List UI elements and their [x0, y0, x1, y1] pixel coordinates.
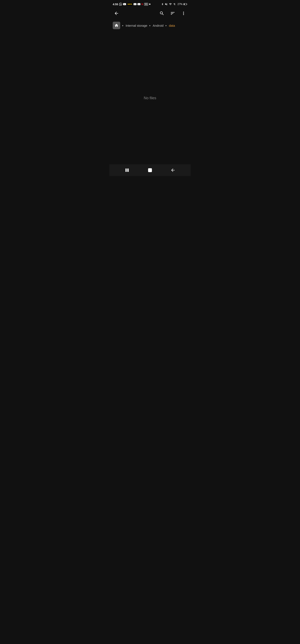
whatsapp-icon [119, 3, 122, 6]
status-bar: 4:55 IMDb N 5G 27% [109, 0, 191, 8]
svg-rect-3 [125, 168, 126, 172]
recent-apps-button[interactable] [122, 166, 132, 175]
svg-rect-5 [128, 168, 129, 172]
netflix-icon: N [141, 3, 143, 6]
breadcrumb-internal-storage[interactable]: Internal storage [126, 24, 147, 27]
home-button[interactable] [113, 22, 120, 29]
svg-rect-2 [184, 4, 185, 4]
youtube2-icon [134, 3, 136, 6]
battery-icon [184, 3, 187, 6]
main-content: No files [109, 32, 191, 164]
svg-rect-6 [148, 168, 152, 172]
top-nav-bar [109, 8, 191, 19]
wifi-icon [169, 3, 172, 6]
svg-rect-4 [127, 168, 127, 172]
status-left: 4:55 IMDb N 5G [113, 3, 150, 6]
breadcrumb: ► Internal storage ► Android ► data [109, 19, 191, 32]
notification-dot [149, 4, 150, 5]
back-button-nav[interactable] [168, 166, 178, 175]
youtube-icon [123, 3, 126, 6]
5g-icon: 5G [144, 3, 148, 6]
svg-rect-1 [187, 4, 187, 4]
breadcrumb-data[interactable]: data [169, 24, 175, 27]
imdb-icon: IMDb [127, 3, 132, 6]
home-button-nav[interactable] [145, 166, 155, 175]
bluetooth-icon [161, 3, 164, 6]
bottom-nav-bar [109, 164, 191, 176]
breadcrumb-arrow-3: ► [165, 24, 167, 27]
mute-icon [165, 3, 168, 6]
more-options-button[interactable] [180, 10, 187, 17]
youtube3-icon [137, 3, 140, 6]
back-button[interactable] [113, 10, 120, 17]
breadcrumb-android[interactable]: Android [153, 24, 164, 27]
breadcrumb-arrow-2: ► [149, 24, 151, 27]
status-right: 27% [161, 3, 187, 6]
battery-percent: 27% [178, 3, 183, 6]
time-display: 4:55 [113, 3, 118, 6]
breadcrumb-arrow-1: ► [122, 24, 124, 27]
search-button[interactable] [158, 10, 166, 17]
empty-state-text: No files [144, 96, 156, 100]
nav-right [158, 10, 187, 17]
signal-icon [173, 3, 176, 6]
nav-left [113, 10, 120, 17]
sort-button[interactable] [169, 10, 176, 17]
